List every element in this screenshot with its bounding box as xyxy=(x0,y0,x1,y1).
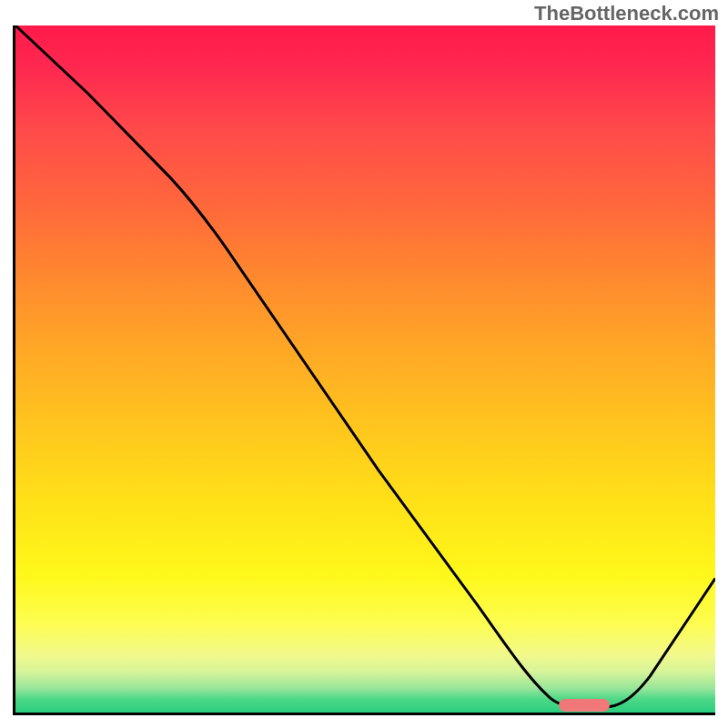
watermark-text: TheBottleneck.com xyxy=(534,2,719,25)
plot-area xyxy=(13,25,715,715)
bottleneck-curve xyxy=(15,25,715,713)
optimal-range-marker xyxy=(559,699,610,712)
